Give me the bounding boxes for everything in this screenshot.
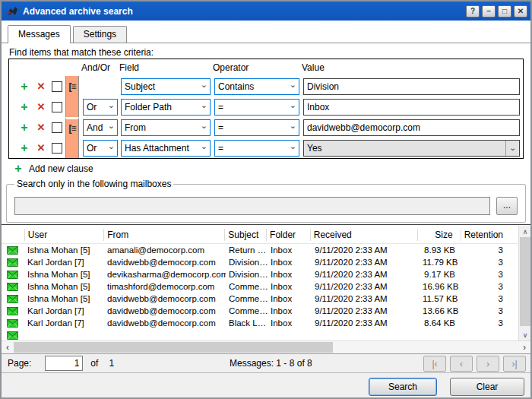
add-row-icon[interactable]: + [18, 121, 30, 135]
plus-icon: + [12, 162, 24, 176]
cell-size: 16.96 KB [420, 282, 463, 291]
andor-select[interactable]: Or⌄ [83, 140, 118, 157]
close-button[interactable]: ✕ [514, 5, 527, 17]
cell-retention: 3 [463, 245, 518, 255]
pagination-bar: Page: of 1 Messages: 1 - 8 of 8 |‹ ‹ › ›… [2, 353, 530, 372]
chevron-down-icon: ⌄ [290, 121, 296, 131]
table-row[interactable]: Ishna Mohan [5] amanali@democorp.com Ret… [2, 244, 518, 256]
cell-subject: Division… [226, 270, 268, 279]
page-label: Page: [8, 358, 31, 369]
mail-envelope-icon [2, 331, 24, 340]
folder-column-header[interactable]: Folder [266, 229, 310, 241]
retention-column-header[interactable]: Retention [461, 229, 518, 241]
subject-column-header[interactable]: Subject [224, 229, 266, 241]
scroll-right-icon[interactable]: › [518, 341, 530, 353]
table-row[interactable]: Karl Jordan [7] davidwebb@democorp.com D… [2, 256, 518, 268]
mailboxes-input[interactable] [14, 197, 490, 215]
minimize-button[interactable]: – [482, 5, 496, 17]
size-column-header[interactable]: Size [417, 229, 461, 241]
next-page-button[interactable]: › [477, 356, 499, 372]
results-rows: Ishna Mohan [5] amanali@democorp.com Ret… [2, 244, 518, 340]
cell-retention: 3 [463, 282, 518, 291]
table-row[interactable]: Ishna Mohan [5] devikasharma@democorp.co… [2, 268, 518, 280]
field-select[interactable]: Subject⌄ [121, 78, 211, 95]
scroll-down-icon[interactable]: ∨ [519, 329, 531, 340]
table-row[interactable]: Ishna Mohan [5] davidwebb@democorp.com C… [2, 293, 518, 305]
row-checkbox[interactable] [52, 81, 62, 92]
page-number-input[interactable] [45, 356, 83, 371]
cell-user: Ishna Mohan [5] [24, 270, 104, 279]
cell-received: 9/11/2020 2:33 AM [312, 270, 420, 279]
vertical-scrollbar-thumb[interactable] [520, 237, 530, 326]
cell-user: Ishna Mohan [5] [24, 294, 104, 303]
add-new-clause-link[interactable]: + Add new clause [12, 162, 93, 176]
vertical-scrollbar[interactable]: ∧ ∨ [518, 226, 530, 340]
row-checkbox[interactable] [52, 122, 62, 133]
table-row[interactable]: Karl Jordan [7] davidwebb@democorp.com C… [2, 305, 518, 317]
first-page-button[interactable]: |‹ [423, 356, 446, 372]
row-checkbox[interactable] [52, 143, 62, 154]
horizontal-scrollbar[interactable]: ‹ › [2, 340, 530, 353]
operator-select[interactable]: =⌄ [214, 140, 299, 157]
field-select[interactable]: Has Attachment⌄ [121, 140, 211, 157]
results-header-row: User From Subject Folder Received Size R… [2, 226, 518, 244]
tab-settings[interactable]: Settings [73, 26, 127, 43]
help-button[interactable]: ? [466, 5, 480, 17]
scroll-up-icon[interactable]: ∧ [519, 226, 531, 237]
maximize-button[interactable]: □ [498, 5, 511, 17]
last-page-button[interactable]: ›| [503, 356, 526, 372]
mail-envelope-icon [2, 246, 24, 255]
received-column-header[interactable]: Received [310, 229, 417, 241]
cell-received: 9/11/2020 2:33 AM [312, 318, 420, 328]
chevron-down-icon: ⌄ [201, 141, 207, 151]
chevron-down-icon: ⌄ [108, 100, 115, 110]
browse-mailboxes-button[interactable]: ... [496, 197, 518, 215]
remove-row-icon[interactable]: ✕ [35, 142, 47, 154]
clear-button[interactable]: Clear [450, 378, 524, 396]
row-checkbox[interactable] [52, 102, 62, 112]
scroll-left-icon[interactable]: ‹ [2, 341, 14, 353]
group-indicator: [≡ [65, 97, 79, 117]
partial-table-row[interactable] [2, 329, 518, 340]
mail-envelope-icon [2, 295, 24, 303]
remove-row-icon[interactable]: ✕ [35, 122, 47, 133]
remove-row-icon[interactable]: ✕ [35, 81, 47, 92]
cell-size: 8.64 KB [420, 318, 463, 328]
mail-envelope-icon [2, 319, 24, 328]
andor-select[interactable]: Or⌄ [83, 99, 118, 116]
from-column-header[interactable]: From [103, 229, 224, 241]
tab-messages[interactable]: Messages [8, 25, 71, 43]
titlebar[interactable]: Advanced archive search ? – □ ✕ [2, 2, 530, 21]
value-input[interactable]: Division ⌄ [303, 78, 520, 95]
cell-size: 8.93 KB [420, 245, 463, 255]
field-select[interactable]: From⌄ [121, 119, 211, 136]
add-row-icon[interactable]: + [18, 100, 30, 114]
operator-select[interactable]: =⌄ [214, 99, 299, 116]
remove-row-icon[interactable]: ✕ [35, 101, 47, 112]
cell-retention: 3 [463, 294, 518, 303]
add-row-icon[interactable]: + [18, 80, 30, 93]
operator-select[interactable]: =⌄ [214, 119, 299, 136]
cell-from: devikasharma@democorp.com [104, 270, 226, 279]
previous-page-button[interactable]: ‹ [450, 356, 473, 372]
operator-select[interactable]: Contains⌄ [214, 78, 299, 95]
user-column-header[interactable]: User [24, 229, 103, 241]
cell-subject: Comme… [226, 282, 268, 291]
field-select[interactable]: Folder Path⌄ [121, 99, 211, 116]
cell-received: 9/11/2020 2:33 AM [312, 245, 420, 255]
value-input[interactable]: Yes ⌄ [303, 140, 520, 157]
mailboxes-groupbox: Search only in the following mailboxes .… [6, 179, 526, 223]
add-row-icon[interactable]: + [18, 141, 30, 155]
criteria-row: + ✕ [≡ Or⌄ Has Attachment⌄ =⌄ Yes ⌄ [9, 138, 523, 158]
criteria-row: + ✕ [≡ ⌄ Subject⌄ Contains⌄ Division ⌄ [9, 76, 523, 97]
chevron-down-icon: ⌄ [505, 141, 519, 156]
horizontal-scrollbar-thumb[interactable] [14, 342, 333, 353]
advanced-archive-search-dialog: Advanced archive search ? – □ ✕ Messages… [0, 0, 532, 399]
cell-retention: 3 [463, 270, 518, 279]
value-input[interactable]: Inbox ⌄ [303, 99, 520, 116]
table-row[interactable]: Karl Jordan [7] davidwebb@democorp.com B… [2, 317, 518, 329]
search-button[interactable]: Search [369, 378, 437, 396]
table-row[interactable]: Ishna Mohan [5] timashford@democorp.com … [2, 280, 518, 293]
andor-select[interactable]: And⌄ [83, 119, 118, 136]
value-input[interactable]: davidwebb@democorp.com ⌄ [303, 119, 520, 136]
